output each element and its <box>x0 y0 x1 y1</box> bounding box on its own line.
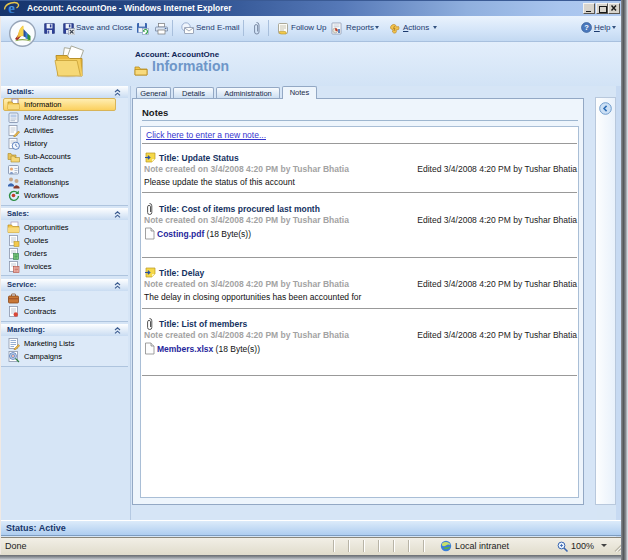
svg-text:?: ? <box>584 23 589 32</box>
